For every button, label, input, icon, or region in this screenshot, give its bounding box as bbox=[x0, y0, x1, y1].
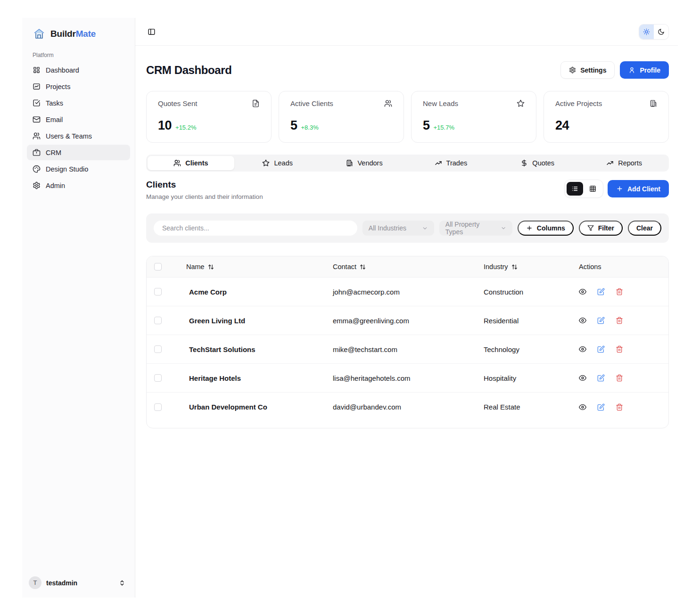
settings-button[interactable]: Settings bbox=[560, 61, 615, 79]
row-checkbox[interactable] bbox=[154, 288, 162, 295]
table-row: Green Living Ltd emma@greenliving.com Re… bbox=[147, 306, 668, 335]
sidebar-item-tasks[interactable]: Tasks bbox=[27, 95, 130, 111]
stat-label: Quotes Sent bbox=[158, 99, 197, 107]
stat-value: 5 bbox=[290, 118, 297, 133]
sort-icon bbox=[511, 264, 518, 270]
view-icon[interactable] bbox=[579, 403, 586, 411]
view-icon[interactable] bbox=[579, 374, 586, 382]
sidebar-item-label: Users & Teams bbox=[46, 132, 92, 140]
search-input[interactable] bbox=[154, 221, 357, 236]
edit-icon[interactable] bbox=[597, 317, 605, 324]
row-checkbox[interactable] bbox=[154, 374, 162, 382]
client-contact: john@acmecorp.com bbox=[320, 288, 470, 296]
light-mode-button[interactable] bbox=[639, 25, 654, 39]
users-icon bbox=[173, 159, 181, 167]
topbar bbox=[135, 18, 678, 46]
list-icon bbox=[571, 185, 578, 192]
sidebar-item-design-studio[interactable]: Design Studio bbox=[27, 161, 130, 177]
view-icon[interactable] bbox=[579, 288, 586, 295]
view-icon[interactable] bbox=[579, 345, 586, 353]
sidebar-item-label: Tasks bbox=[46, 99, 63, 107]
tab-quotes[interactable]: Quotes bbox=[494, 156, 581, 170]
check-square-icon bbox=[33, 99, 41, 107]
tab-reports[interactable]: Reports bbox=[581, 156, 667, 170]
sidebar-item-label: CRM bbox=[46, 149, 61, 156]
tab-leads[interactable]: Leads bbox=[234, 156, 321, 170]
avatar: T bbox=[29, 576, 41, 589]
trash-icon[interactable] bbox=[616, 374, 623, 382]
select-all-checkbox[interactable] bbox=[154, 263, 162, 271]
grid-view-button[interactable] bbox=[585, 182, 601, 196]
list-view-button[interactable] bbox=[567, 182, 583, 196]
client-contact: lisa@heritagehotels.com bbox=[320, 374, 470, 382]
gear-icon bbox=[33, 181, 41, 189]
trash-icon[interactable] bbox=[616, 345, 623, 353]
clear-button[interactable]: Clear bbox=[628, 221, 661, 236]
trash-icon[interactable] bbox=[616, 288, 623, 295]
stat-delta: +15.7% bbox=[434, 124, 454, 131]
chevron-down-icon bbox=[422, 225, 428, 231]
edit-icon[interactable] bbox=[597, 288, 605, 295]
view-icon[interactable] bbox=[579, 317, 586, 324]
sidebar-toggle-icon[interactable] bbox=[145, 25, 157, 38]
edit-icon[interactable] bbox=[597, 345, 605, 353]
sidebar-item-crm[interactable]: CRM bbox=[27, 145, 130, 160]
property-type-filter-value: All Property Types bbox=[445, 221, 496, 236]
stat-delta: +15.2% bbox=[175, 124, 196, 131]
sort-icon bbox=[208, 264, 214, 270]
trash-icon[interactable] bbox=[616, 403, 623, 411]
gear-icon bbox=[569, 66, 576, 74]
tab-label: Clients bbox=[185, 159, 208, 167]
stat-label: New Leads bbox=[423, 99, 458, 107]
column-header-name[interactable]: Name bbox=[173, 263, 320, 271]
sidebar-item-admin[interactable]: Admin bbox=[27, 178, 130, 193]
sidebar-item-users-teams[interactable]: Users & Teams bbox=[27, 128, 130, 144]
sidebar-item-projects[interactable]: Projects bbox=[27, 79, 130, 94]
sun-icon bbox=[643, 28, 650, 35]
sort-icon bbox=[360, 264, 366, 270]
profile-label: Profile bbox=[640, 66, 660, 74]
dark-mode-button[interactable] bbox=[654, 25, 668, 39]
filter-label: Filter bbox=[598, 224, 614, 232]
client-contact: david@urbandev.com bbox=[320, 403, 470, 411]
edit-icon[interactable] bbox=[597, 374, 605, 382]
user-menu[interactable]: T testadmin bbox=[27, 572, 130, 598]
client-contact: emma@greenliving.com bbox=[320, 317, 470, 325]
stat-delta: +8.3% bbox=[301, 124, 319, 131]
house-logo-icon bbox=[33, 27, 46, 41]
columns-label: Columns bbox=[537, 224, 565, 232]
industry-filter-select[interactable]: All Industries bbox=[362, 221, 434, 236]
sidebar-item-dashboard[interactable]: Dashboard bbox=[27, 62, 130, 78]
table-header-row: Name Contact Industry bbox=[147, 256, 668, 278]
dashboard-grid-icon bbox=[33, 66, 41, 74]
add-client-button[interactable]: Add Client bbox=[608, 180, 669, 197]
tab-vendors[interactable]: Vendors bbox=[321, 156, 408, 170]
client-name: Urban Development Co bbox=[173, 403, 320, 411]
clients-section-title: Clients bbox=[146, 180, 263, 190]
tab-clients[interactable]: Clients bbox=[148, 156, 234, 170]
add-client-label: Add Client bbox=[627, 185, 660, 193]
tab-trades[interactable]: Trades bbox=[407, 156, 494, 170]
column-header-industry[interactable]: Industry bbox=[470, 263, 566, 271]
stat-value: 10 bbox=[158, 118, 172, 133]
columns-button[interactable]: Columns bbox=[518, 221, 574, 236]
row-checkbox[interactable] bbox=[154, 345, 162, 353]
profile-button[interactable]: Profile bbox=[620, 61, 669, 79]
crm-tabs: Clients Leads Vendors bbox=[146, 155, 669, 172]
clear-label: Clear bbox=[636, 224, 653, 232]
sidebar-nav: Dashboard Projects Tasks Email bbox=[27, 62, 130, 193]
trash-icon[interactable] bbox=[616, 317, 623, 324]
row-actions bbox=[566, 374, 668, 382]
sidebar-section-label: Platform bbox=[27, 45, 130, 62]
row-checkbox[interactable] bbox=[154, 403, 162, 411]
view-toggle bbox=[564, 180, 603, 198]
sidebar-item-email[interactable]: Email bbox=[27, 112, 130, 127]
row-actions bbox=[566, 317, 668, 324]
edit-icon[interactable] bbox=[597, 403, 605, 411]
users-icon bbox=[384, 99, 392, 107]
row-checkbox[interactable] bbox=[154, 317, 162, 324]
property-type-filter-select[interactable]: All Property Types bbox=[439, 221, 512, 236]
column-header-contact[interactable]: Contact bbox=[320, 263, 470, 271]
filter-button[interactable]: Filter bbox=[579, 221, 623, 236]
client-industry: Real Estate bbox=[470, 403, 566, 411]
